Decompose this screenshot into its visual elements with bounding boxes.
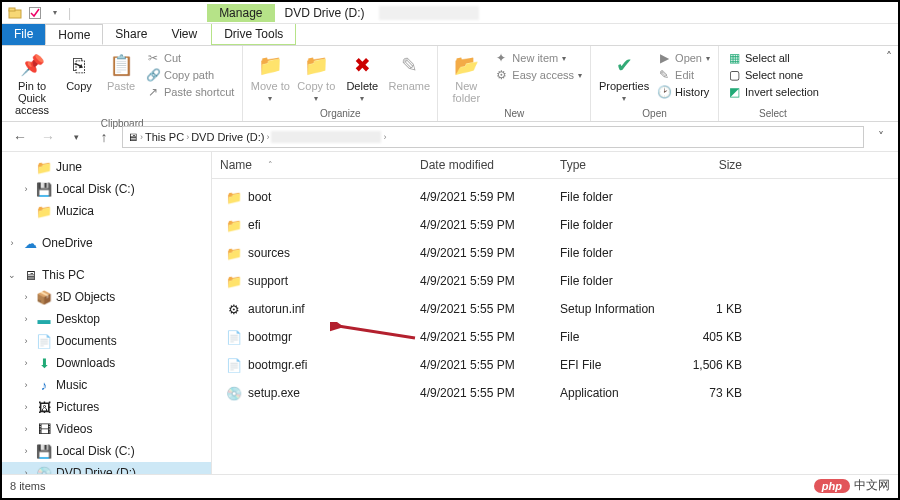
- crumb-this-pc[interactable]: This PC›: [145, 131, 189, 143]
- move-icon: 📁: [257, 52, 283, 78]
- address-dropdown-button[interactable]: ˅: [872, 130, 890, 144]
- tab-drive-tools[interactable]: Drive Tools: [211, 24, 296, 45]
- move-to-button[interactable]: 📁Move to▾: [249, 48, 291, 103]
- tree-item-music[interactable]: ›♪Music: [2, 374, 211, 396]
- cut-button[interactable]: ✂Cut: [144, 50, 236, 66]
- file-row[interactable]: 📁sources4/9/2021 5:59 PMFile folder: [212, 239, 898, 267]
- file-size: 405 KB: [682, 324, 762, 350]
- copy-button[interactable]: ⎘ Copy: [60, 48, 98, 92]
- tree-item-3d-objects[interactable]: ›📦3D Objects: [2, 286, 211, 308]
- quick-access-toolbar: ▾ |: [2, 6, 77, 20]
- music-icon: ♪: [36, 377, 52, 393]
- tab-view[interactable]: View: [159, 24, 209, 45]
- address-bar: ← → ▾ ↑ 🖥› This PC› DVD Drive (D:)› › ˅: [2, 122, 898, 152]
- recent-locations-button[interactable]: ▾: [66, 127, 86, 147]
- disc-icon: 💿: [36, 465, 52, 474]
- column-headers: Name˄ Date modified Type Size: [212, 152, 898, 179]
- column-name[interactable]: Name˄: [212, 152, 412, 178]
- file-row[interactable]: ⚙autorun.inf4/9/2021 5:55 PMSetup Inform…: [212, 295, 898, 323]
- properties-button[interactable]: ✔Properties▾: [597, 48, 651, 103]
- navigation-pane[interactable]: 📁June ›💾Local Disk (C:) 📁Muzica ›☁OneDri…: [2, 152, 212, 474]
- select-none-icon: ▢: [727, 68, 741, 82]
- drive-icon: 💾: [36, 443, 52, 459]
- file-row[interactable]: 📄bootmgr.efi4/9/2021 5:55 PMEFI File1,50…: [212, 351, 898, 379]
- new-item-button[interactable]: ✦New item ▾: [492, 50, 584, 66]
- new-folder-button[interactable]: 📂New folder: [444, 48, 488, 104]
- pc-icon: 🖥: [22, 267, 38, 283]
- file-size: [682, 184, 762, 210]
- tree-item-videos[interactable]: ›🎞Videos: [2, 418, 211, 440]
- file-size: [682, 240, 762, 266]
- downloads-icon: ⬇: [36, 355, 52, 371]
- crumb-dvd-drive[interactable]: DVD Drive (D:)›: [191, 131, 269, 143]
- file-date: 4/9/2021 5:59 PM: [412, 212, 552, 238]
- checkbox-icon[interactable]: [28, 6, 42, 20]
- select-all-button[interactable]: ▦Select all: [725, 50, 821, 66]
- up-button[interactable]: ↑: [94, 127, 114, 147]
- easy-access-button[interactable]: ⚙Easy access ▾: [492, 67, 584, 83]
- invert-selection-button[interactable]: ◩Invert selection: [725, 84, 821, 100]
- collapse-ribbon-icon[interactable]: ˄: [886, 50, 892, 64]
- tab-share[interactable]: Share: [103, 24, 159, 45]
- invert-icon: ◩: [727, 85, 741, 99]
- tab-home[interactable]: Home: [45, 24, 103, 45]
- copy-path-icon: 🔗: [146, 68, 160, 82]
- pc-icon: 🖥: [127, 131, 138, 143]
- file-type: Application: [552, 380, 682, 406]
- edit-button[interactable]: ✎Edit: [655, 67, 712, 83]
- history-icon: 🕑: [657, 85, 671, 99]
- folder-icon: 📁: [226, 217, 242, 233]
- select-none-button[interactable]: ▢Select none: [725, 67, 821, 83]
- file-row[interactable]: 📁boot4/9/2021 5:59 PMFile folder: [212, 183, 898, 211]
- tab-file[interactable]: File: [2, 24, 45, 45]
- tree-item-muzica[interactable]: 📁Muzica: [2, 200, 211, 222]
- tree-item-onedrive[interactable]: ›☁OneDrive: [2, 232, 211, 254]
- copy-icon: ⎘: [66, 52, 92, 78]
- easy-access-icon: ⚙: [494, 68, 508, 82]
- tree-item-documents[interactable]: ›📄Documents: [2, 330, 211, 352]
- paste-shortcut-button[interactable]: ↗Paste shortcut: [144, 84, 236, 100]
- folder-icon: 📁: [226, 273, 242, 289]
- file-row[interactable]: 💿setup.exe4/9/2021 5:55 PMApplication73 …: [212, 379, 898, 407]
- ribbon-group-new: 📂New folder ✦New item ▾ ⚙Easy access ▾ N…: [438, 46, 591, 121]
- copy-path-button[interactable]: 🔗Copy path: [144, 67, 236, 83]
- tree-item-this-pc[interactable]: ⌄🖥This PC: [2, 264, 211, 286]
- folder-icon: [8, 6, 22, 20]
- 3d-objects-icon: 📦: [36, 289, 52, 305]
- paste-button[interactable]: 📋 Paste: [102, 48, 140, 92]
- folder-icon: 📁: [36, 159, 52, 175]
- tree-item-june[interactable]: 📁June: [2, 156, 211, 178]
- pin-to-quick-access-button[interactable]: 📌 Pin to Quick access: [8, 48, 56, 116]
- history-button[interactable]: 🕑History: [655, 84, 712, 100]
- file-row[interactable]: 📁support4/9/2021 5:59 PMFile folder: [212, 267, 898, 295]
- file-date: 4/9/2021 5:59 PM: [412, 268, 552, 294]
- file-rows: 📁boot4/9/2021 5:59 PMFile folder📁efi4/9/…: [212, 179, 898, 407]
- file-row[interactable]: 📄bootmgr4/9/2021 5:55 PMFile405 KB: [212, 323, 898, 351]
- tree-item-downloads[interactable]: ›⬇Downloads: [2, 352, 211, 374]
- dropdown-icon[interactable]: ▾: [48, 6, 62, 20]
- back-button[interactable]: ←: [10, 127, 30, 147]
- breadcrumb[interactable]: 🖥› This PC› DVD Drive (D:)› ›: [122, 126, 864, 148]
- column-type[interactable]: Type: [552, 152, 682, 178]
- forward-button[interactable]: →: [38, 127, 58, 147]
- rename-icon: ✎: [396, 52, 422, 78]
- copy-to-button[interactable]: 📁Copy to▾: [295, 48, 337, 103]
- shortcut-icon: ↗: [146, 85, 160, 99]
- tree-item-dvd-drive[interactable]: ›💿DVD Drive (D:): [2, 462, 211, 474]
- delete-button[interactable]: ✖Delete▾: [341, 48, 383, 103]
- obscured-crumb: [271, 131, 381, 143]
- tree-item-localdisk-c[interactable]: ›💾Local Disk (C:): [2, 178, 211, 200]
- tree-item-localdisk-c-2[interactable]: ›💾Local Disk (C:): [2, 440, 211, 462]
- tree-item-pictures[interactable]: ›🖼Pictures: [2, 396, 211, 418]
- delete-icon: ✖: [349, 52, 375, 78]
- file-date: 4/9/2021 5:55 PM: [412, 380, 552, 406]
- open-button[interactable]: ▶Open ▾: [655, 50, 712, 66]
- desktop-icon: ▬: [36, 311, 52, 327]
- file-row[interactable]: 📁efi4/9/2021 5:59 PMFile folder: [212, 211, 898, 239]
- column-size[interactable]: Size: [682, 152, 762, 178]
- column-date[interactable]: Date modified: [412, 152, 552, 178]
- window-title: DVD Drive (D:): [275, 4, 375, 22]
- main-area: 📁June ›💾Local Disk (C:) 📁Muzica ›☁OneDri…: [2, 152, 898, 474]
- rename-button[interactable]: ✎Rename: [387, 48, 431, 92]
- tree-item-desktop[interactable]: ›▬Desktop: [2, 308, 211, 330]
